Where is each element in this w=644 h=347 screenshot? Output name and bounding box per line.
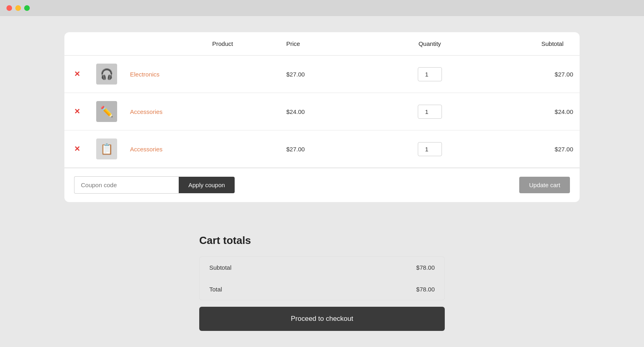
- product-name-cell: Accessories: [124, 130, 280, 168]
- price-cell: $24.00: [280, 93, 380, 130]
- table-row: ✕ ✏️ Accessories $24.00 $24.00: [64, 93, 580, 130]
- remove-button-1[interactable]: ✕: [71, 69, 83, 79]
- titlebar: [0, 0, 644, 16]
- cart-totals-section: Cart totals Subtotal $78.00 Total $78.00…: [175, 218, 469, 347]
- cart-table: Product Price Quantity Subtotal ✕ 🎧 Elec…: [64, 32, 580, 168]
- col-header-product: Product: [124, 32, 280, 56]
- product-name-cell: Electronics: [124, 56, 280, 93]
- subtotal-cell: $27.00: [480, 130, 580, 168]
- quantity-cell: [380, 93, 480, 130]
- remove-cell: ✕: [64, 130, 90, 168]
- totals-table: Subtotal $78.00 Total $78.00: [199, 256, 445, 300]
- remove-button-3[interactable]: ✕: [71, 144, 83, 154]
- image-cell: 🎧: [90, 56, 124, 93]
- product-link-3[interactable]: Accessories: [130, 146, 163, 153]
- table-header-row: Product Price Quantity Subtotal: [64, 32, 580, 56]
- total-value: $78.00: [416, 286, 435, 293]
- subtotal-cell: $24.00: [480, 93, 580, 130]
- remove-button-2[interactable]: ✕: [71, 106, 83, 117]
- product-link-2[interactable]: Accessories: [130, 108, 163, 115]
- content-area: Product Price Quantity Subtotal ✕ 🎧 Elec…: [0, 16, 644, 218]
- price-cell: $27.00: [280, 130, 380, 168]
- quantity-cell: [380, 56, 480, 93]
- col-header-price: Price: [280, 32, 380, 56]
- coupon-left: Apply coupon: [74, 176, 235, 194]
- product-image: ✏️: [96, 101, 117, 122]
- total-row: Total $78.00: [200, 279, 444, 300]
- subtotal-cell: $27.00: [480, 56, 580, 93]
- subtotal-value: $78.00: [416, 264, 435, 271]
- product-icon: 🎧: [100, 68, 113, 81]
- maximize-dot[interactable]: [24, 5, 30, 11]
- table-row: ✕ 📋 Accessories $27.00 $27.00: [64, 130, 580, 168]
- product-name-cell: Accessories: [124, 93, 280, 130]
- subtotal-label: Subtotal: [209, 264, 231, 271]
- subtotal-row: Subtotal $78.00: [200, 257, 444, 279]
- proceed-to-checkout-button[interactable]: Proceed to checkout: [199, 307, 445, 331]
- product-image: 📋: [96, 138, 117, 159]
- col-header-subtotal: Subtotal: [480, 32, 580, 56]
- coupon-input[interactable]: [74, 176, 179, 194]
- image-cell: 📋: [90, 130, 124, 168]
- product-icon: ✏️: [100, 105, 113, 118]
- apply-coupon-button[interactable]: Apply coupon: [179, 177, 235, 193]
- quantity-input-2[interactable]: [418, 105, 442, 119]
- cart-totals-title: Cart totals: [199, 234, 445, 247]
- cart-card: Product Price Quantity Subtotal ✕ 🎧 Elec…: [64, 32, 580, 202]
- col-header-quantity: Quantity: [380, 32, 480, 56]
- product-image: 🎧: [96, 64, 117, 85]
- remove-cell: ✕: [64, 93, 90, 130]
- image-cell: ✏️: [90, 93, 124, 130]
- quantity-input-1[interactable]: [418, 67, 442, 81]
- update-cart-button[interactable]: Update cart: [519, 177, 570, 193]
- table-row: ✕ 🎧 Electronics $27.00 $27.00: [64, 56, 580, 93]
- total-label: Total: [209, 286, 222, 293]
- close-dot[interactable]: [6, 5, 12, 11]
- quantity-input-3[interactable]: [418, 142, 442, 156]
- product-icon: 📋: [100, 143, 113, 155]
- remove-cell: ✕: [64, 56, 90, 93]
- coupon-row: Apply coupon Update cart: [64, 168, 580, 202]
- minimize-dot[interactable]: [15, 5, 21, 11]
- col-header-empty: [64, 32, 124, 56]
- price-cell: $27.00: [280, 56, 380, 93]
- cart-totals-wrapper: Cart totals Subtotal $78.00 Total $78.00…: [199, 234, 445, 331]
- product-link-1[interactable]: Electronics: [130, 71, 159, 78]
- quantity-cell: [380, 130, 480, 168]
